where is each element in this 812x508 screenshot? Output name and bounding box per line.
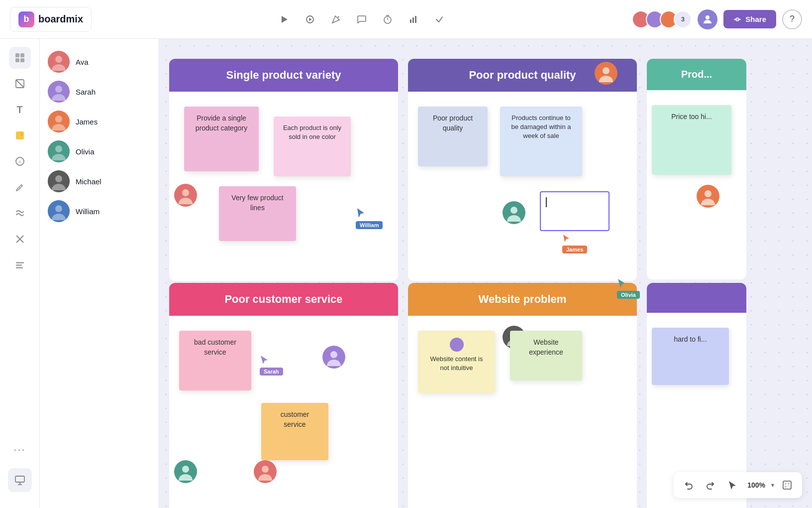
column-body-poor-quality: Poor product quality Products continue t… (408, 92, 637, 281)
user-avatar-ava (48, 51, 70, 73)
sidebar: T ··· (0, 39, 40, 508)
avatar-james-col2 (595, 62, 617, 85)
user-avatar-james (48, 111, 70, 132)
user-avatar-sarah (48, 81, 70, 103)
avatar-ava-col1 (174, 184, 197, 207)
minimap-button[interactable] (778, 476, 796, 494)
cursor-tool-button[interactable] (723, 476, 741, 494)
svg-rect-62 (788, 486, 790, 488)
svg-rect-6 (410, 19, 411, 23)
sidebar-pen-icon[interactable] (9, 176, 31, 198)
party-icon[interactable] (327, 10, 345, 28)
note-bad-customer[interactable]: bad customer service (179, 331, 251, 390)
text-input-james[interactable] (540, 191, 609, 231)
note-provide-single[interactable]: Provide a single product category (184, 107, 259, 171)
sidebar-present-btn[interactable] (8, 468, 32, 492)
svg-point-43 (182, 189, 189, 196)
sidebar-more-dots[interactable]: ··· (13, 443, 25, 456)
current-user-avatar[interactable] (698, 9, 717, 29)
svg-rect-25 (16, 264, 22, 266)
sidebar-connector-icon[interactable] (9, 228, 31, 250)
column-single-product: Single product variety Provide a single … (169, 59, 398, 281)
note-hard-find[interactable]: hard to fi... (652, 328, 729, 385)
note-damaged[interactable]: Products continue to be damaged within a… (500, 107, 582, 176)
svg-rect-20 (16, 131, 24, 139)
help-button[interactable]: ? (782, 9, 802, 29)
collaborator-avatars: 3 (632, 10, 692, 28)
user-item-ava[interactable]: Ava (48, 47, 151, 77)
text-cursor (546, 197, 547, 207)
user-name-olivia: Olivia (76, 147, 95, 156)
user-name-james: James (76, 118, 98, 126)
undo-button[interactable] (680, 476, 698, 494)
svg-point-12 (739, 18, 741, 20)
column-header-customer: Poor customer service (169, 283, 398, 316)
column-body-customer: bad customer service Sarah customer serv… (169, 316, 398, 508)
note-price-too-hi[interactable]: Price too hi... (652, 105, 731, 175)
user-item-sarah[interactable]: Sarah (48, 77, 151, 107)
svg-point-11 (734, 18, 736, 20)
svg-point-47 (603, 67, 609, 74)
app-logo-icon: b (18, 11, 34, 27)
share-label: Share (745, 15, 766, 23)
sidebar-shapes-icon[interactable] (9, 150, 31, 172)
user-name-michael: Michael (76, 177, 102, 186)
sidebar-note-icon[interactable] (9, 125, 31, 146)
note-one-color[interactable]: Each product is only sold in one color (274, 117, 351, 176)
note-website-exp[interactable]: Website experience (510, 331, 582, 381)
user-avatar-michael (48, 170, 70, 192)
note-poor-quality[interactable]: Poor product quality (418, 107, 488, 166)
column-header-price: Prod... (647, 59, 746, 90)
canvas[interactable]: Single product variety Provide a single … (159, 39, 812, 508)
svg-rect-60 (788, 483, 790, 485)
avatar-far-right (697, 185, 719, 208)
olivia-cursor-area: Olivia (617, 278, 640, 299)
share-button[interactable]: Share (723, 10, 776, 28)
user-name-ava: Ava (76, 58, 89, 66)
note-few-lines[interactable]: Very few product lines (219, 186, 296, 241)
avatar-ava-row2 (254, 460, 277, 483)
column-body-single-product: Provide a single product category Each p… (169, 92, 398, 281)
comment-icon[interactable] (353, 10, 371, 28)
svg-rect-26 (16, 267, 23, 268)
sidebar-list-icon[interactable] (9, 254, 31, 276)
user-avatar-olivia (48, 140, 70, 162)
svg-rect-27 (15, 476, 24, 482)
chart-icon[interactable] (405, 10, 422, 28)
note-customer-service[interactable]: customer service (261, 403, 328, 460)
svg-line-19 (16, 80, 24, 88)
user-item-michael[interactable]: Michael (48, 166, 151, 196)
user-item-olivia[interactable]: Olivia (48, 136, 151, 166)
sidebar-brush-icon[interactable] (9, 202, 31, 224)
play-icon[interactable] (275, 10, 293, 28)
svg-point-31 (55, 56, 62, 63)
column-body-website: Website content is not intuitive Website… (408, 316, 637, 508)
svg-point-55 (262, 466, 269, 473)
sidebar-grid-icon[interactable] (9, 47, 31, 69)
topbar-right: 3 Share ? (632, 9, 802, 29)
sidebar-crop-icon[interactable] (9, 73, 31, 95)
zoom-level[interactable]: 100% (745, 481, 767, 489)
note-not-intuitive[interactable]: Website content is not intuitive (418, 331, 495, 393)
svg-rect-16 (15, 58, 19, 62)
timer-icon[interactable] (379, 10, 397, 28)
logo-area[interactable]: b boardmix (10, 7, 92, 32)
james-cursor-area: James (562, 234, 587, 254)
sidebar-text-icon[interactable]: T (9, 99, 31, 121)
topbar-icons (275, 10, 448, 28)
william-cursor-area: William (356, 207, 383, 229)
svg-rect-59 (785, 483, 787, 485)
svg-point-9 (706, 15, 710, 19)
user-name-william: William (76, 207, 100, 216)
column-website: Website problem Website content is not i… (408, 283, 637, 508)
svg-rect-58 (783, 481, 791, 489)
column-poor-quality: Poor product quality Poor product qualit… (408, 59, 637, 281)
zoom-chevron[interactable]: ▾ (771, 482, 774, 489)
column-price-partial: Prod... Price too hi... (647, 59, 746, 279)
user-item-james[interactable]: James (48, 107, 151, 136)
redo-button[interactable] (702, 476, 719, 494)
more-icon[interactable] (430, 10, 448, 28)
user-item-william[interactable]: William (48, 196, 151, 226)
presentation-icon[interactable] (301, 10, 319, 28)
avatar-olivia-bottom (174, 460, 197, 483)
